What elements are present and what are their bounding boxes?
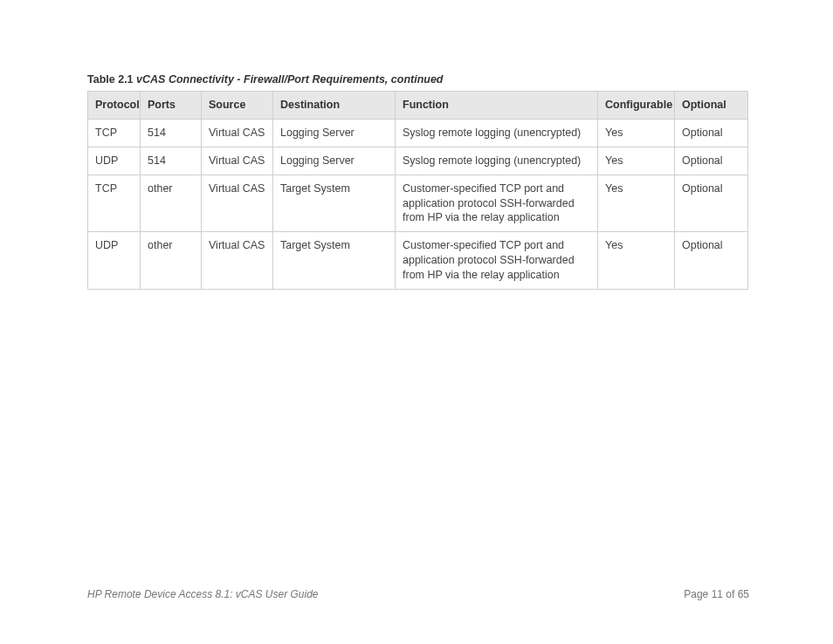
cell-configurable: Yes [598, 147, 675, 175]
cell-optional: Optional [675, 147, 748, 175]
cell-ports: 514 [141, 119, 202, 147]
cell-protocol: UDP [88, 147, 141, 175]
footer-page-number: Page 11 of 65 [684, 588, 749, 600]
cell-optional: Optional [675, 175, 748, 232]
cell-optional: Optional [675, 232, 748, 290]
table-caption: Table 2.1 vCAS Connectivity - Firewall/P… [87, 73, 749, 86]
cell-function: Customer-specified TCP port and applicat… [396, 232, 598, 290]
cell-ports: 514 [141, 147, 202, 175]
cell-protocol: TCP [88, 175, 141, 232]
cell-configurable: Yes [598, 175, 675, 232]
requirements-table: Protocol Ports Source Destination Functi… [87, 91, 748, 290]
page-footer: HP Remote Device Access 8.1: vCAS User G… [87, 588, 749, 600]
table-header-row: Protocol Ports Source Destination Functi… [88, 92, 748, 120]
cell-optional: Optional [675, 119, 748, 147]
col-source: Source [202, 92, 273, 120]
col-configurable: Configurable [598, 92, 675, 120]
footer-title: HP Remote Device Access 8.1: vCAS User G… [87, 588, 319, 600]
table-row: TCP 514 Virtual CAS Logging Server Syslo… [88, 119, 748, 147]
cell-destination: Logging Server [273, 147, 396, 175]
col-function: Function [396, 92, 598, 120]
cell-ports: other [141, 232, 202, 290]
cell-function: Syslog remote logging (unencrypted) [396, 119, 598, 147]
cell-function: Syslog remote logging (unencrypted) [396, 147, 598, 175]
cell-source: Virtual CAS [202, 147, 273, 175]
cell-configurable: Yes [598, 232, 675, 290]
cell-destination: Target System [273, 175, 396, 232]
table-row: UDP other Virtual CAS Target System Cust… [88, 232, 748, 290]
page: Table 2.1 vCAS Connectivity - Firewall/P… [0, 0, 833, 644]
col-destination: Destination [273, 92, 396, 120]
cell-destination: Target System [273, 232, 396, 290]
table-caption-title: vCAS Connectivity - Firewall/Port Requir… [136, 73, 443, 86]
col-optional: Optional [675, 92, 748, 120]
col-protocol: Protocol [88, 92, 141, 120]
cell-source: Virtual CAS [202, 232, 273, 290]
cell-ports: other [141, 175, 202, 232]
table-row: TCP other Virtual CAS Target System Cust… [88, 175, 748, 232]
col-ports: Ports [141, 92, 202, 120]
table-caption-label: Table 2.1 [87, 73, 134, 86]
cell-source: Virtual CAS [202, 119, 273, 147]
cell-source: Virtual CAS [202, 175, 273, 232]
table-row: UDP 514 Virtual CAS Logging Server Syslo… [88, 147, 748, 175]
cell-protocol: TCP [88, 119, 141, 147]
cell-destination: Logging Server [273, 119, 396, 147]
cell-protocol: UDP [88, 232, 141, 290]
cell-function: Customer-specified TCP port and applicat… [396, 175, 598, 232]
cell-configurable: Yes [598, 119, 675, 147]
